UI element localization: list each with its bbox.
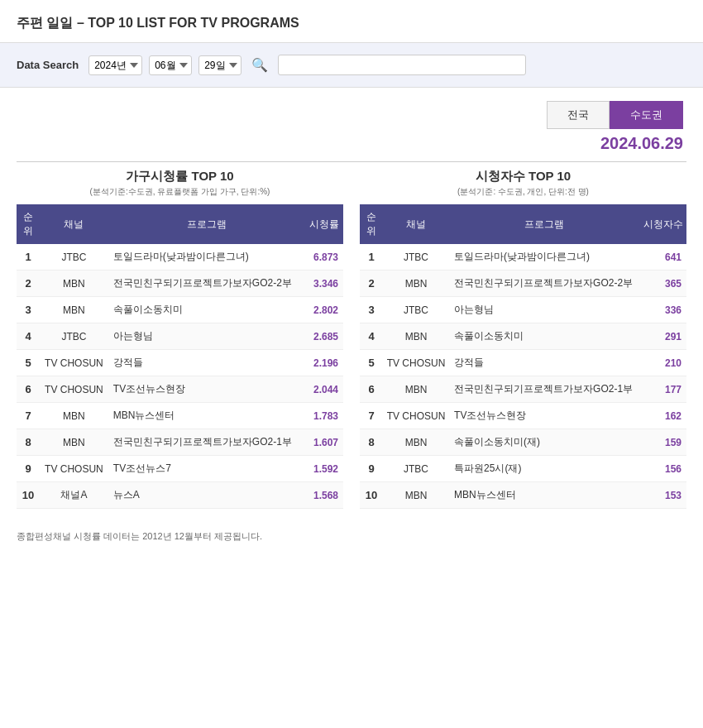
viewer-count-table: 순위 채널 프로그램 시청자수 1 JTBC 토일드라마(낮과밤이다른그녀) 6… bbox=[360, 204, 686, 509]
year-select[interactable]: 2023년2024년 bbox=[88, 55, 142, 75]
channel-cell: MBN bbox=[40, 271, 108, 297]
rating-cell: 1.783 bbox=[305, 403, 343, 429]
rank-cell: 7 bbox=[360, 403, 383, 429]
program-cell: 특파원25시(재) bbox=[449, 456, 639, 482]
date-display: 2024.06.29 bbox=[0, 129, 703, 161]
table-row: 4 MBN 속풀이소동치미 291 bbox=[360, 323, 686, 350]
rating-cell: 1.568 bbox=[305, 482, 343, 509]
rank-cell: 8 bbox=[360, 429, 383, 456]
table-row: 8 MBN 전국민친구되기프로젝트가보자GO2-1부 1.607 bbox=[17, 429, 343, 456]
col-rank-right: 순위 bbox=[360, 204, 383, 244]
rank-cell: 2 bbox=[17, 271, 40, 297]
viewers-cell: 153 bbox=[639, 482, 686, 509]
rank-cell: 1 bbox=[360, 244, 383, 271]
search-bar: Data Search 2023년2024년 01월02월03월04월05월06… bbox=[0, 43, 703, 88]
viewers-cell: 291 bbox=[639, 323, 686, 350]
table-row: 7 MBN MBN뉴스센터 1.783 bbox=[17, 403, 343, 429]
channel-cell: MBN bbox=[40, 297, 108, 323]
program-cell: 아는형님 bbox=[108, 323, 305, 350]
col-channel-left: 채널 bbox=[40, 204, 108, 244]
rank-cell: 9 bbox=[17, 456, 40, 482]
day-select[interactable]: 01일02일03일04일05일06일07일08일09일10일11일12일13일1… bbox=[198, 55, 242, 75]
table-row: 7 TV CHOSUN TV조선뉴스현장 162 bbox=[360, 403, 686, 429]
program-cell: 토일드라마(낮과밤이다른그녀) bbox=[108, 244, 305, 271]
col-viewers-right: 시청자수 bbox=[639, 204, 686, 244]
tab-nationwide[interactable]: 전국 bbox=[547, 101, 610, 129]
right-table-subtitle: (분석기준: 수도권, 개인, 단위:전 명) bbox=[360, 186, 686, 198]
channel-cell: TV CHOSUN bbox=[40, 456, 108, 482]
table-row: 2 MBN 전국민친구되기프로젝트가보자GO2-2부 3.346 bbox=[17, 271, 343, 297]
household-rating-table: 순위 채널 프로그램 시청률 1 JTBC 토일드라마(낮과밤이다른그녀) 6.… bbox=[17, 204, 343, 509]
viewers-cell: 365 bbox=[639, 271, 686, 297]
viewers-cell: 177 bbox=[639, 376, 686, 403]
table-row: 9 TV CHOSUN TV조선뉴스7 1.592 bbox=[17, 456, 343, 482]
program-cell: TV조선뉴스7 bbox=[108, 456, 305, 482]
channel-cell: 채널A bbox=[40, 482, 108, 509]
table-row: 1 JTBC 토일드라마(낮과밤이다른그녀) 641 bbox=[360, 244, 686, 271]
rank-cell: 6 bbox=[17, 376, 40, 403]
rank-cell: 8 bbox=[17, 429, 40, 456]
rating-cell: 6.873 bbox=[305, 244, 343, 271]
household-rating-section: 가구시청률 TOP 10 (분석기준:수도권, 유료플랫폼 가입 가구, 단위:… bbox=[8, 169, 352, 509]
viewers-cell: 336 bbox=[639, 297, 686, 323]
channel-cell: MBN bbox=[383, 482, 449, 509]
table-row: 8 MBN 속풀이소동치미(재) 159 bbox=[360, 429, 686, 456]
rank-cell: 2 bbox=[360, 271, 383, 297]
page-title: 주편 일일 – TOP 10 LIST FOR TV PROGRAMS bbox=[17, 15, 686, 32]
rating-cell: 3.346 bbox=[305, 271, 343, 297]
channel-cell: MBN bbox=[383, 271, 449, 297]
channel-cell: JTBC bbox=[40, 323, 108, 350]
rating-cell: 2.196 bbox=[305, 350, 343, 376]
col-program-left: 프로그램 bbox=[108, 204, 305, 244]
rank-cell: 6 bbox=[360, 376, 383, 403]
rating-cell: 2.044 bbox=[305, 376, 343, 403]
program-cell: 전국민친구되기프로젝트가보자GO2-1부 bbox=[108, 429, 305, 456]
viewer-count-section: 시청자수 TOP 10 (분석기준: 수도권, 개인, 단위:전 명) 순위 채… bbox=[352, 169, 695, 509]
program-cell: MBN뉴스센터 bbox=[449, 482, 639, 509]
program-cell: 전국민친구되기프로젝트가보자GO2-1부 bbox=[449, 376, 639, 403]
channel-cell: TV CHOSUN bbox=[40, 350, 108, 376]
rating-cell: 1.592 bbox=[305, 456, 343, 482]
col-channel-right: 채널 bbox=[383, 204, 449, 244]
channel-cell: MBN bbox=[383, 376, 449, 403]
viewers-cell: 159 bbox=[639, 429, 686, 456]
program-cell: TV조선뉴스현장 bbox=[108, 376, 305, 403]
search-button[interactable]: 🔍 bbox=[248, 55, 271, 74]
channel-cell: TV CHOSUN bbox=[383, 350, 449, 376]
table-row: 9 JTBC 특파원25시(재) 156 bbox=[360, 456, 686, 482]
rank-cell: 4 bbox=[17, 323, 40, 350]
table-row: 6 MBN 전국민친구되기프로젝트가보자GO2-1부 177 bbox=[360, 376, 686, 403]
month-select[interactable]: 01월02월03월04월05월06월07월08월09월10월11월12월 bbox=[149, 55, 192, 75]
col-rating-left: 시청률 bbox=[305, 204, 343, 244]
viewers-cell: 156 bbox=[639, 456, 686, 482]
program-cell: 토일드라마(낮과밤이다른그녀) bbox=[449, 244, 639, 271]
channel-cell: MBN bbox=[40, 429, 108, 456]
channel-cell: JTBC bbox=[383, 244, 449, 271]
program-cell: 강적들 bbox=[108, 350, 305, 376]
page-header: 주편 일일 – TOP 10 LIST FOR TV PROGRAMS bbox=[0, 0, 703, 43]
program-cell: 속풀이소동치미(재) bbox=[449, 429, 639, 456]
viewers-cell: 641 bbox=[639, 244, 686, 271]
left-table-title: 가구시청률 TOP 10 bbox=[17, 169, 343, 184]
viewers-cell: 162 bbox=[639, 403, 686, 429]
table-row: 3 JTBC 아는형님 336 bbox=[360, 297, 686, 323]
program-cell: 아는형님 bbox=[449, 297, 639, 323]
rating-cell: 1.607 bbox=[305, 429, 343, 456]
tab-metropolitan[interactable]: 수도권 bbox=[610, 101, 683, 129]
channel-cell: MBN bbox=[383, 429, 449, 456]
rating-cell: 2.802 bbox=[305, 297, 343, 323]
right-table-title: 시청자수 TOP 10 bbox=[360, 169, 686, 184]
table-row: 2 MBN 전국민친구되기프로젝트가보자GO2-2부 365 bbox=[360, 271, 686, 297]
rank-cell: 7 bbox=[17, 403, 40, 429]
rank-cell: 3 bbox=[17, 297, 40, 323]
table-row: 10 MBN MBN뉴스센터 153 bbox=[360, 482, 686, 509]
rating-cell: 2.685 bbox=[305, 323, 343, 350]
right-table-header: 순위 채널 프로그램 시청자수 bbox=[360, 204, 686, 244]
rank-cell: 10 bbox=[360, 482, 383, 509]
left-table-subtitle: (분석기준:수도권, 유료플랫폼 가입 가구, 단위:%) bbox=[17, 186, 343, 198]
program-cell: 전국민친구되기프로젝트가보자GO2-2부 bbox=[449, 271, 639, 297]
program-cell: 뉴스A bbox=[108, 482, 305, 509]
channel-cell: TV CHOSUN bbox=[383, 403, 449, 429]
search-input[interactable] bbox=[278, 55, 526, 75]
table-row: 1 JTBC 토일드라마(낮과밤이다른그녀) 6.873 bbox=[17, 244, 343, 271]
